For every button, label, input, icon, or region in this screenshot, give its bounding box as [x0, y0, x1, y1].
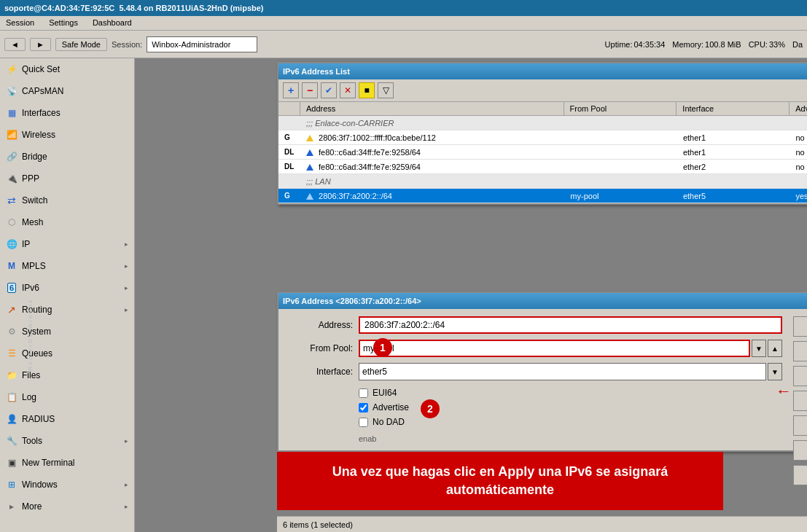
sidebar-item-more[interactable]: More ▸ — [0, 496, 134, 517]
safe-mode-button[interactable]: Safe Mode — [55, 38, 107, 51]
sidebar-label-windows: Windows — [22, 480, 58, 490]
copy-button[interactable]: Copy — [793, 440, 807, 461]
sidebar-label-mesh: Mesh — [22, 217, 43, 227]
tools-icon — [6, 435, 17, 447]
sidebar-item-routing[interactable]: Routing ▸ — [0, 299, 134, 321]
no-dad-label: No DAD — [373, 417, 405, 427]
memory-item: Memory: 100.8 MiB — [672, 40, 741, 49]
comment-button[interactable]: Comment — [793, 415, 807, 436]
more-icon — [6, 501, 17, 512]
queues-icon — [6, 348, 17, 359]
remove-button[interactable]: remove — [793, 465, 807, 485]
sidebar-item-interfaces[interactable]: Interfaces — [0, 102, 134, 124]
cancel-button[interactable]: ✕ — [340, 82, 356, 98]
row-addr-g1: 2806:3f7:1002::ffff:f0ca:bebe/112 — [300, 132, 564, 144]
sidebar-item-capsman[interactable]: CAPsMAN — [0, 80, 134, 102]
status-bar-bottom: 6 items (1 selected) — [277, 516, 807, 532]
sidebar-label-bridge: Bridge — [22, 152, 47, 162]
sidebar-item-ipv6[interactable]: IPv6 ▸ — [0, 277, 134, 299]
cancel-button[interactable]: Cancel — [793, 341, 807, 361]
advertise-row: Advertise 2 — [359, 402, 782, 412]
sidebar-label-more: More — [22, 501, 42, 512]
no-dad-checkbox[interactable] — [359, 418, 368, 427]
sidebar-item-windows[interactable]: Windows ▸ — [0, 474, 134, 496]
dialog-content: Address: From Pool: my-pool ▼ ▲ — [278, 309, 807, 450]
dialog-buttons: OK Cancel Apply Disable Comment Copy rem… — [793, 316, 807, 485]
remove-button[interactable]: − — [302, 82, 318, 98]
router-info: 5.48.4 on RB2011UiAS-2HnD (mipsbe) — [119, 4, 263, 12]
add-button[interactable]: + — [283, 82, 299, 98]
memory-label: Memory: — [672, 40, 703, 49]
sidebar-item-ip[interactable]: IP ▸ — [0, 233, 134, 255]
apply-button[interactable]: Apply — [793, 366, 807, 386]
sidebar-item-files[interactable]: Files — [0, 364, 134, 386]
enabled-text: enab — [359, 434, 782, 443]
sidebar-item-tools[interactable]: Tools ▸ — [0, 430, 134, 452]
sidebar-item-ppp[interactable]: PPP — [0, 168, 134, 189]
ok-button[interactable]: OK — [793, 316, 807, 337]
status-bar-top: Uptime: 04:35:34 Memory: 100.8 MiB CPU: … — [605, 40, 803, 49]
sidebar-label-switch: Switch — [22, 195, 47, 206]
advertise-checkbox[interactable] — [359, 403, 368, 412]
sidebar-item-mpls[interactable]: MPLS ▸ — [0, 255, 134, 277]
sidebar-label-tools: Tools — [22, 436, 42, 446]
forward-button[interactable]: ► — [30, 38, 51, 51]
th-address[interactable]: Address — [300, 102, 564, 115]
sidebar-item-switch[interactable]: Switch — [0, 189, 134, 211]
ipv6-arrow: ▸ — [125, 284, 128, 292]
th-type[interactable] — [278, 102, 300, 115]
ipv6-list-title-text: IPv6 Address List — [283, 67, 350, 76]
sidebar-label-quick-set: Quick Set — [22, 64, 60, 74]
address-row: Address: — [286, 316, 782, 334]
uptime-value: 04:35:34 — [633, 40, 665, 49]
da-label: Da — [792, 40, 803, 49]
row-type-dl1: DL — [278, 146, 300, 157]
table-row[interactable]: DL fe80::c6ad:34ff:fe7e:9258/64 ether1 n… — [278, 145, 807, 160]
table-row[interactable]: DL fe80::c6ad:34ff:fe7e:9259/64 ether2 n… — [278, 160, 807, 174]
sidebar-item-log[interactable]: Log — [0, 386, 134, 408]
back-button[interactable]: ◄ — [4, 38, 26, 51]
from-pool-dropdown-btn[interactable]: ▼ — [752, 340, 766, 357]
sidebar-label-radius: RADIUS — [22, 414, 55, 424]
menu-settings[interactable]: Settings — [46, 17, 81, 28]
sidebar-label-ppp: PPP — [22, 173, 39, 184]
session-input[interactable] — [147, 36, 257, 52]
sidebar-item-quick-set[interactable]: Quick Set — [0, 58, 134, 80]
eui64-checkbox[interactable] — [359, 388, 368, 398]
wireless-icon — [6, 129, 17, 141]
interface-label: Interface: — [286, 367, 359, 377]
th-advertise[interactable]: Advertise — [790, 102, 807, 115]
sidebar-label-interfaces: Interfaces — [22, 108, 61, 118]
files-icon — [6, 369, 17, 381]
sidebar-item-mesh[interactable]: Mesh — [0, 211, 134, 233]
log-icon — [6, 391, 17, 403]
sidebar-item-system[interactable]: System — [0, 321, 134, 343]
table-row-selected[interactable]: G 2806:3f7:a200:2::/64 my-pool ether5 ye… — [278, 189, 807, 203]
sidebar-label-ip: IP — [22, 239, 30, 249]
main-layout: RouterOS WinBox Quick Set CAPsMAN Interf… — [0, 58, 807, 532]
th-from-pool[interactable]: From Pool — [564, 102, 677, 115]
eui64-label: EUI64 — [373, 388, 397, 398]
from-pool-label: From Pool: — [286, 343, 359, 353]
th-interface[interactable]: Interface — [677, 102, 790, 115]
interface-dropdown-btn[interactable]: ▼ — [768, 363, 782, 380]
comment-button[interactable]: ■ — [359, 82, 375, 98]
sidebar-item-new-terminal[interactable]: New Terminal — [0, 452, 134, 474]
menu-dashboard[interactable]: Dashboard — [90, 17, 135, 28]
interface-select[interactable]: ether5 — [359, 363, 766, 380]
address-input[interactable] — [359, 316, 782, 334]
sidebar-item-radius[interactable]: RADIUS — [0, 408, 134, 430]
from-pool-up-btn[interactable]: ▲ — [768, 340, 782, 357]
sidebar-item-bridge[interactable]: Bridge — [0, 146, 134, 168]
table-row[interactable]: G 2806:3f7:1002::ffff:f0ca:bebe/112 ethe… — [278, 130, 807, 145]
sidebar-item-queues[interactable]: Queues — [0, 343, 134, 364]
filter-button[interactable]: ▽ — [378, 82, 394, 98]
menu-session[interactable]: Session — [3, 17, 37, 28]
no-dad-row: No DAD — [359, 417, 782, 427]
apply-button[interactable]: ✔ — [321, 82, 337, 98]
disable-button[interactable]: Disable — [793, 391, 807, 411]
sidebar-item-wireless[interactable]: Wireless — [0, 124, 134, 146]
advertise-label: Advertise — [373, 402, 409, 412]
from-pool-select[interactable]: my-pool — [359, 340, 750, 357]
sidebar-label-system: System — [22, 326, 51, 337]
